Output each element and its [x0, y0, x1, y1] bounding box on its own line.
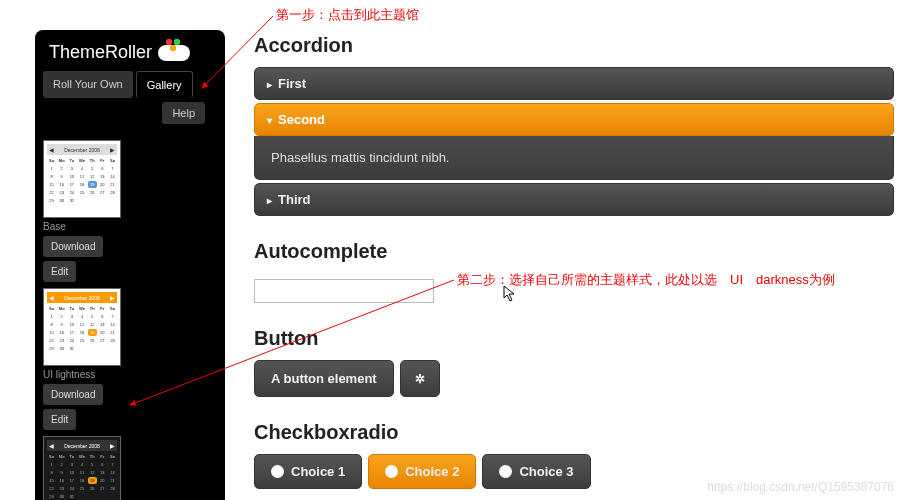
- radio-label: Choice 3: [519, 464, 573, 479]
- help-button[interactable]: Help: [162, 102, 205, 124]
- theme-ui-darkness[interactable]: ◀December 2008▶SuMoTuWeThFrSa12345678910…: [43, 436, 128, 500]
- theme-name-label: Base: [43, 221, 128, 232]
- radio-dot-icon: [271, 465, 284, 478]
- autocomplete-input[interactable]: [254, 279, 434, 303]
- radio-choice-3[interactable]: Choice 3: [482, 454, 590, 489]
- theme-ui-lightness[interactable]: ◀December 2008▶SuMoTuWeThFrSa12345678910…: [43, 288, 128, 430]
- radio-dot-icon: [499, 465, 512, 478]
- theme-base[interactable]: ◀December 2008▶SuMoTuWeThFrSa12345678910…: [43, 140, 128, 282]
- radio-label: Choice 2: [405, 464, 459, 479]
- theme-thumb: ◀December 2008▶SuMoTuWeThFrSa12345678910…: [43, 436, 121, 500]
- button-title: Button: [254, 327, 894, 350]
- cursor-pointer-icon: [503, 285, 517, 303]
- logo-text: ThemeRoller: [49, 42, 152, 63]
- radio-label: Choice 1: [291, 464, 345, 479]
- theme-gallery: ◀December 2008▶SuMoTuWeThFrSa12345678910…: [43, 140, 217, 500]
- accordion-header-third[interactable]: ▸Third: [254, 183, 894, 216]
- triangle-right-icon: ▸: [267, 195, 272, 206]
- annotation-step1: 第一步：点击到此主题馆: [276, 6, 419, 24]
- accordion-body: Phasellus mattis tincidunt nibh.: [254, 136, 894, 180]
- tab-gallery[interactable]: Gallery: [136, 71, 193, 98]
- edit-button[interactable]: Edit: [43, 261, 76, 282]
- accordion-header-second[interactable]: ▾Second: [254, 103, 894, 136]
- themeroller-logo: ThemeRoller: [43, 38, 217, 71]
- theme-thumb: ◀December 2008▶SuMoTuWeThFrSa12345678910…: [43, 140, 121, 218]
- checkboxradio-title: Checkboxradio: [254, 421, 894, 444]
- button-element[interactable]: A button element: [254, 360, 394, 397]
- accordion-header-first[interactable]: ▸First: [254, 67, 894, 100]
- gear-icon: ✲: [415, 372, 425, 386]
- radio-choice-2[interactable]: Choice 2: [368, 454, 476, 489]
- button-icon-only[interactable]: ✲: [400, 360, 440, 397]
- theme-name-label: UI lightness: [43, 369, 128, 380]
- button-section: Button A button element ✲: [254, 327, 894, 397]
- panel-tabs: Roll Your Own Gallery: [43, 71, 217, 98]
- demo-area: Accordion ▸First▾SecondPhasellus mattis …: [254, 34, 894, 489]
- tab-roll-your-own[interactable]: Roll Your Own: [43, 71, 133, 98]
- triangle-down-icon: ▾: [267, 115, 272, 126]
- radio-dot-icon: [385, 465, 398, 478]
- logo-badge-icon: [158, 45, 190, 61]
- radio-choice-1[interactable]: Choice 1: [254, 454, 362, 489]
- autocomplete-title: Autocomplete: [254, 240, 894, 263]
- triangle-right-icon: ▸: [267, 79, 272, 90]
- download-button[interactable]: Download: [43, 236, 103, 257]
- download-button[interactable]: Download: [43, 384, 103, 405]
- accordion-widget: ▸First▾SecondPhasellus mattis tincidunt …: [254, 67, 894, 216]
- accordion-title: Accordion: [254, 34, 894, 57]
- themeroller-panel: ThemeRoller Roll Your Own Gallery Help ◀…: [35, 30, 225, 500]
- edit-button[interactable]: Edit: [43, 409, 76, 430]
- theme-thumb: ◀December 2008▶SuMoTuWeThFrSa12345678910…: [43, 288, 121, 366]
- checkboxradio-section: Checkboxradio Choice 1Choice 2Choice 3: [254, 421, 894, 489]
- watermark: https://blog.csdn.net/Q1595387076: [707, 480, 894, 494]
